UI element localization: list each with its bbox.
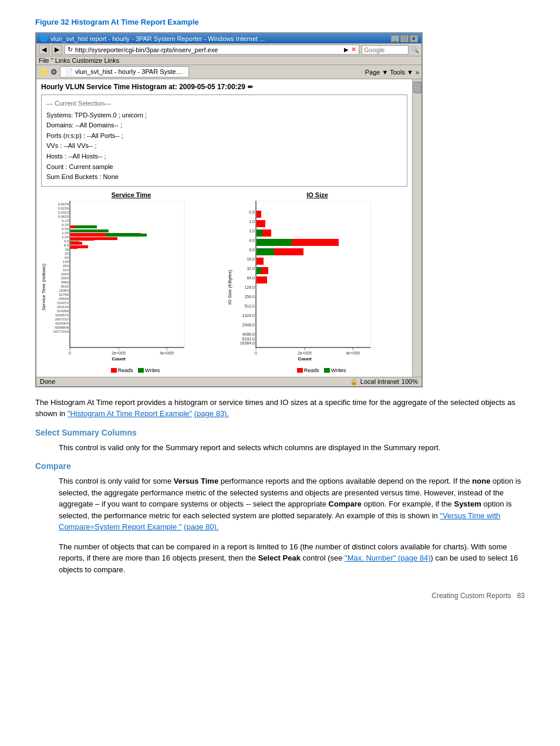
favorites-icon[interactable]: ⭐ (39, 67, 48, 76)
page-tools[interactable]: Page ▼ Tools ▼ (365, 69, 413, 76)
chart2-svg: 0.5 1.0 2.0 4.0 8.0 16.0 32.0 64.0 128.0 (235, 201, 376, 365)
svg-text:4194304: 4194304 (55, 322, 69, 325)
svg-text:1024: 1024 (61, 272, 69, 276)
svg-text:0.13: 0.13 (62, 219, 69, 222)
svg-text:0: 0 (69, 351, 71, 355)
svg-text:256.0: 256.0 (244, 295, 255, 299)
chart1-svg: 0.0078 0.0156 0.0313 0.0625 0.13 0.25 0.… (49, 201, 190, 365)
chart2-title: IO Size (227, 191, 407, 198)
svg-rect-46 (70, 234, 106, 237)
zoom-level: 100% (402, 378, 418, 385)
svg-text:8388608: 8388608 (55, 326, 69, 329)
compare-p2-mid: control (see (301, 553, 345, 562)
reads-label: Reads (118, 367, 133, 373)
chart2-legend: Reads Writes (235, 367, 407, 373)
compare-p1-mid3: option. For example, if the (362, 499, 454, 508)
chart2-ylabel: IO Size (KBytes) (227, 201, 235, 373)
go-button[interactable]: ▶ (344, 46, 349, 53)
stop-icon[interactable]: ✕ (351, 46, 356, 53)
section-select-summary: Select Summary Columns This control is v… (35, 428, 525, 454)
svg-text:0.0156: 0.0156 (58, 207, 69, 210)
close-button[interactable]: ✕ (410, 35, 418, 42)
sum-end-row: Sum End Buckets : None (46, 172, 402, 183)
svg-rect-49 (70, 246, 77, 249)
restore-button[interactable]: □ (400, 35, 409, 42)
io-size-chart: IO Size IO Size (KBytes) 0.5 (227, 191, 407, 373)
search-input[interactable] (362, 45, 409, 55)
address-input[interactable] (75, 46, 342, 53)
expand-icon[interactable]: » (416, 69, 419, 76)
svg-text:16777216: 16777216 (53, 330, 69, 333)
compare-p1-bold3: Compare (329, 499, 362, 508)
back-button[interactable]: ◀ (39, 45, 49, 55)
svg-text:4096: 4096 (61, 281, 69, 284)
svg-text:4.0: 4.0 (249, 238, 255, 242)
svg-text:16384: 16384 (59, 289, 69, 292)
forward-button[interactable]: ▶ (52, 45, 62, 55)
home-icon[interactable]: ⚙ (50, 67, 58, 76)
chart1-legend: Reads Writes (49, 367, 221, 373)
svg-text:65536: 65536 (59, 297, 69, 301)
svg-text:4e+005: 4e+005 (346, 351, 360, 355)
browser-tab[interactable]: 📄 vlun_svt_hist - hourly - 3PAR System .… (60, 66, 189, 77)
browser-toolbar: ◀ ▶ ↻ ▶ ✕ 🔍 (36, 43, 421, 56)
scrollbar-thumb[interactable] (413, 82, 421, 93)
svg-text:128: 128 (63, 260, 69, 264)
section-compare: Compare This control is only valid for s… (35, 461, 525, 575)
links-text: File " Links Customize Links (39, 57, 119, 64)
svg-text:16.0: 16.0 (247, 257, 255, 261)
refresh-icon[interactable]: ↻ (68, 46, 73, 53)
chart1-title: Service Time (41, 191, 221, 198)
report-title-text: Hourly VLUN Service Time Histogram at: 2… (41, 83, 245, 91)
svg-text:1.0: 1.0 (249, 220, 255, 224)
browser-window: 🌐 vlun_svt_hist report - hourly - 3PAR S… (35, 32, 423, 387)
search-icon[interactable]: 🔍 (411, 46, 419, 53)
edit-icon[interactable]: ✏ (248, 83, 253, 91)
page-footer: Creating Custom Reports 83 (35, 587, 525, 600)
select-summary-heading: Select Summary Columns (35, 428, 525, 437)
select-summary-text: This control is valid only for the Summa… (59, 442, 525, 454)
svg-rect-77 (257, 220, 265, 227)
svg-text:524288: 524288 (57, 309, 69, 313)
body-para1-link[interactable]: "Histogram At Time Report Example" (68, 409, 192, 418)
svg-text:1024.0: 1024.0 (242, 313, 255, 318)
reads-color (111, 368, 117, 373)
footer-text: Creating Custom Reports (431, 592, 511, 600)
chart2-reads-color (297, 368, 303, 373)
compare-p2-bold: Select Peak (258, 553, 301, 562)
minimize-button[interactable]: _ (391, 35, 399, 42)
svg-text:131072: 131072 (57, 301, 69, 305)
compare-p1-mid1: performance reports and the options avai… (218, 477, 472, 485)
titlebar-controls[interactable]: _ □ ✕ (391, 35, 418, 42)
svg-text:2097152: 2097152 (55, 318, 69, 321)
svg-text:8192.0: 8192.0 (242, 337, 255, 341)
scrollbar[interactable] (412, 79, 421, 377)
service-time-chart: Service Time Service Time (millisec) (41, 191, 221, 373)
select-summary-content: This control is valid only for the Summa… (35, 442, 525, 454)
svg-text:8.0: 8.0 (64, 244, 69, 247)
chart1-ylabel: Service Time (millisec) (41, 201, 49, 373)
writes-color (138, 368, 144, 373)
figure-title: Figure 32 Histogram At Time Report Examp… (35, 18, 525, 26)
charts-row: Service Time Service Time (millisec) (41, 191, 407, 373)
svg-rect-43 (70, 225, 75, 228)
svg-rect-88 (257, 276, 267, 283)
body-para1-link2[interactable]: (page 83). (194, 409, 229, 418)
report-title: Hourly VLUN Service Time Histogram at: 2… (41, 83, 407, 91)
svg-text:0: 0 (255, 351, 257, 355)
svg-text:0.50: 0.50 (62, 227, 69, 231)
systems-row: Systems: TPD-System.0 ; unicorn ; (46, 110, 402, 121)
content-area: Hourly VLUN Service Time Histogram at: 2… (36, 79, 421, 377)
compare-p1-bold1: Versus Time (174, 477, 218, 485)
compare-p1-link2[interactable]: (page 80). (184, 522, 218, 531)
compare-p2-link[interactable]: "Max. Number" (page 84) (345, 553, 431, 562)
address-bar[interactable]: ↻ ▶ ✕ (65, 45, 359, 55)
titlebar-left: 🌐 vlun_svt_hist report - hourly - 3PAR S… (40, 35, 265, 42)
svg-text:Count: Count (112, 356, 125, 362)
svg-text:32.0: 32.0 (247, 266, 255, 271)
svg-rect-87 (257, 267, 261, 274)
svg-rect-48 (70, 242, 82, 245)
tab-label: vlun_svt_hist - hourly - 3PAR System ... (75, 68, 188, 75)
vvs-row: VVs : --All VVs-- ; (46, 141, 402, 151)
svg-text:4.0: 4.0 (64, 239, 69, 243)
